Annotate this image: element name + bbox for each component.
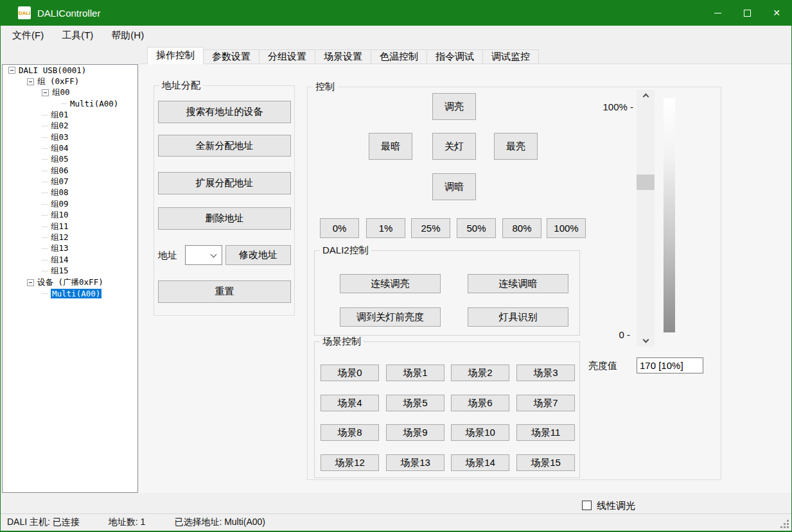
reset-button[interactable]: 重置: [158, 280, 291, 303]
scene-1-button[interactable]: 场景1: [386, 365, 444, 381]
extend-assign-address-button[interactable]: 扩展分配地址: [158, 172, 291, 194]
percent-0-button[interactable]: 0%: [320, 218, 359, 238]
assign-new-address-button[interactable]: 全新分配地址: [158, 135, 291, 157]
scroll-up-button[interactable]: [637, 90, 655, 101]
scene-5-button[interactable]: 场景5: [386, 395, 444, 411]
maximize-button[interactable]: [732, 0, 762, 26]
scroll-down-button[interactable]: [637, 335, 655, 347]
tab-operation-control[interactable]: 操作控制: [147, 47, 204, 64]
scene-14-button[interactable]: 场景14: [451, 454, 509, 471]
tree-item-group13[interactable]: 组13: [3, 243, 137, 254]
brighten-button[interactable]: 调亮: [432, 93, 476, 120]
percent-50-button[interactable]: 50%: [457, 218, 496, 238]
brightness-scrollbar[interactable]: [637, 90, 655, 347]
tab-color-temp-control[interactable]: 色温控制: [371, 49, 427, 64]
tab-debug-monitor[interactable]: 调试监控: [483, 49, 539, 64]
close-button[interactable]: ✕: [762, 0, 791, 26]
scene-0-button[interactable]: 场景0: [321, 365, 379, 381]
tree-item-multi-a00-selected[interactable]: Multi(A00): [3, 288, 137, 299]
tree-branch-line: [42, 182, 48, 182]
tab-parameter-settings[interactable]: 参数设置: [204, 49, 260, 64]
collapse-icon[interactable]: [27, 279, 34, 286]
tree-item-group15[interactable]: 组15: [3, 266, 137, 277]
tree-item-group06[interactable]: 组06: [3, 166, 137, 176]
tree-item-label: 组10: [51, 210, 69, 221]
tab-command-debug[interactable]: 指令调试: [427, 49, 483, 64]
tree-item-label: 组01: [51, 110, 69, 121]
scene-7-button[interactable]: 场景7: [516, 395, 575, 411]
scene-8-button[interactable]: 场景8: [321, 424, 379, 441]
tree-branch-line: [42, 148, 48, 149]
menu-file[interactable]: 文件(F): [6, 30, 50, 42]
scene-6-button[interactable]: 场景6: [451, 395, 509, 411]
linear-dim-checkbox[interactable]: [582, 501, 592, 510]
scene-3-button[interactable]: 场景3: [516, 365, 575, 381]
brightest-button[interactable]: 最亮: [494, 133, 538, 160]
tree-item-group10[interactable]: 组10: [3, 210, 137, 221]
tree-item-device-broadcast[interactable]: 设备 (广播0xFF): [3, 277, 137, 287]
tree-item-group05[interactable]: 组05: [3, 154, 137, 165]
scene-2-button[interactable]: 场景2: [451, 365, 509, 381]
search-addressed-devices-button[interactable]: 搜索有地址的设备: [158, 101, 291, 123]
tree-item-group04[interactable]: 组04: [3, 143, 137, 154]
tree-item-label: 组07: [51, 176, 69, 187]
scrollbar-thumb[interactable]: [637, 175, 655, 190]
percent-80-button[interactable]: 80%: [502, 218, 541, 238]
scene-9-button[interactable]: 场景9: [386, 424, 444, 441]
dimmest-button[interactable]: 最暗: [369, 133, 412, 160]
delete-address-button[interactable]: 删除地址: [158, 207, 291, 230]
maximize-icon: [744, 10, 751, 17]
scene-12-button[interactable]: 场景12: [321, 454, 379, 471]
menu-bar: 文件(F) 工具(T) 帮助(H): [1, 26, 791, 45]
continuous-brighten-button[interactable]: 连续调亮: [340, 274, 441, 293]
tree-item-label: 组08: [51, 187, 69, 198]
collapse-icon[interactable]: [42, 89, 49, 96]
tree-item-label: 组15: [51, 266, 69, 277]
tree-item-group12[interactable]: 组12: [3, 232, 137, 243]
continuous-dim-button[interactable]: 连续调暗: [468, 274, 568, 293]
collapse-icon[interactable]: [27, 78, 34, 85]
tree-item-group01[interactable]: 组01: [3, 110, 137, 121]
tree-item-group03[interactable]: 组03: [3, 132, 137, 142]
footer-strip: [1, 493, 791, 513]
scene-10-button[interactable]: 场景10: [451, 424, 509, 441]
tree-item-label: 组11: [51, 221, 69, 232]
scene-11-button[interactable]: 场景11: [516, 424, 575, 441]
tree-item-group08[interactable]: 组08: [3, 187, 137, 198]
menu-help[interactable]: 帮助(H): [105, 30, 150, 42]
lamp-off-button[interactable]: 关灯: [432, 133, 476, 160]
tree-item-multi-a00[interactable]: Multi(A00): [3, 98, 137, 109]
title-bar: DALI DALIController ✕: [1, 0, 791, 26]
tree-item-dali-usb[interactable]: DALI USB(0001): [3, 65, 137, 76]
tree-item-label: DALI USB(0001): [19, 65, 86, 75]
resize-grip-icon[interactable]: [787, 526, 789, 528]
tree-item-label: 组05: [51, 154, 69, 165]
modify-address-button[interactable]: 修改地址: [225, 245, 291, 265]
menu-tools[interactable]: 工具(T): [55, 30, 100, 42]
tab-scene-settings[interactable]: 场景设置: [315, 49, 371, 64]
dim-button[interactable]: 调暗: [432, 173, 476, 200]
minimize-button[interactable]: [703, 0, 732, 26]
tree-item-group14[interactable]: 组14: [3, 255, 137, 266]
scene-13-button[interactable]: 场景13: [386, 454, 444, 471]
tree-item-group00[interactable]: 组00: [3, 87, 137, 98]
percent-100-button[interactable]: 100%: [547, 218, 586, 238]
recall-pre-off-brightness-button[interactable]: 调到关灯前亮度: [340, 307, 441, 327]
percent-1-button[interactable]: 1%: [366, 218, 405, 238]
tree-item-group11[interactable]: 组11: [3, 221, 137, 232]
tree-item-group02[interactable]: 组02: [3, 121, 137, 132]
tree-item-group-root[interactable]: 组 (0xFF): [3, 76, 137, 87]
tab-group-settings[interactable]: 分组设置: [260, 49, 315, 64]
collapse-icon[interactable]: [8, 67, 15, 74]
tree-branch-line: [42, 204, 48, 205]
scene-4-button[interactable]: 场景4: [321, 395, 379, 411]
lamp-identify-button[interactable]: 灯具识别: [468, 307, 568, 327]
brightness-value-input[interactable]: [637, 357, 703, 373]
scene-15-button[interactable]: 场景15: [516, 454, 575, 471]
address-combobox[interactable]: [185, 245, 222, 265]
status-host: DALI 主机: 已连接: [7, 517, 80, 528]
percent-25-button[interactable]: 25%: [411, 218, 450, 238]
tree-item-group09[interactable]: 组09: [3, 199, 137, 210]
tree-item-group07[interactable]: 组07: [3, 176, 137, 187]
tree-item-label: Multi(A00): [70, 99, 118, 108]
